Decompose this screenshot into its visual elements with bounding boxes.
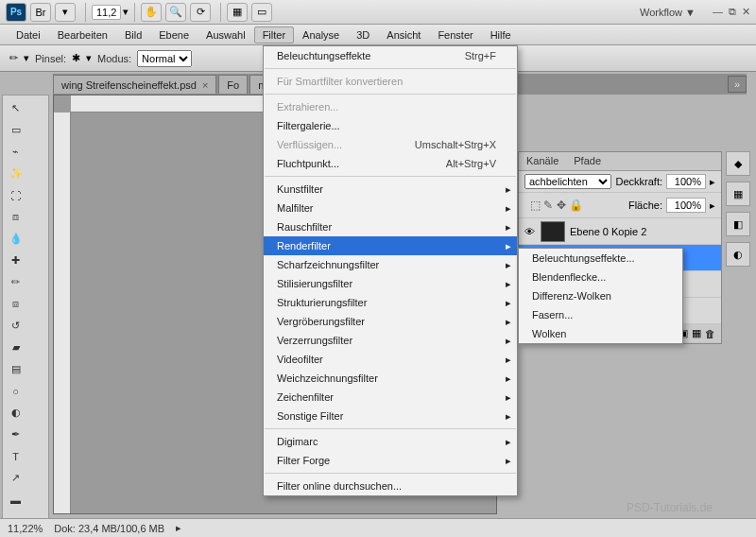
close-icon[interactable]: ✕ xyxy=(742,6,750,18)
ps-icon[interactable]: Ps xyxy=(6,3,26,22)
menu-item[interactable]: Sonstige Filter▸ xyxy=(264,407,517,425)
document-tab[interactable]: Fo xyxy=(218,75,248,94)
gradient-tool-icon[interactable]: ▤ xyxy=(6,359,26,379)
menu-3d[interactable]: 3D xyxy=(348,26,378,43)
brush-tool-icon[interactable]: ✏ xyxy=(9,52,18,64)
color-panel-icon[interactable]: ◆ xyxy=(726,151,750,176)
menu-item[interactable]: Fluchtpunkt...Alt+Strg+V xyxy=(264,154,517,173)
menu-item[interactable]: Digimarc▸ xyxy=(264,432,517,451)
watermark: PSD-Tutorials.de xyxy=(627,501,713,514)
minimize-icon[interactable]: — xyxy=(713,6,723,18)
wand-tool-icon[interactable]: ✨ xyxy=(6,164,26,183)
menu-item[interactable]: Filter Forge▸ xyxy=(264,451,517,470)
layer-name: Ebene 0 Kopie 2 xyxy=(570,226,646,237)
menu-item[interactable]: Filtergalerie... xyxy=(264,116,517,135)
styles-panel-icon[interactable]: ◧ xyxy=(726,212,750,236)
brush-dropdown-icon[interactable]: ▾ xyxy=(24,52,29,64)
menu-item[interactable]: Vergröberungsfilter▸ xyxy=(264,312,517,331)
delete-layer-icon[interactable]: 🗑 xyxy=(705,328,715,339)
screen-mode-icon[interactable]: ▭ xyxy=(251,3,272,22)
menu-auswahl[interactable]: Auswahl xyxy=(198,26,254,43)
menu-bild[interactable]: Bild xyxy=(116,26,150,43)
submenu-item[interactable]: Beleuchtungseffekte... xyxy=(519,249,682,268)
panel-tab-channels[interactable]: Kanäle xyxy=(519,152,566,170)
submenu-item[interactable]: Differenz-Wolken xyxy=(519,286,682,305)
document-tab[interactable]: wing Streifenscheineffekt.psd× xyxy=(53,75,216,94)
topbar-dropdown-icon[interactable]: ▾ xyxy=(55,3,76,22)
move-tool-icon[interactable]: ↖ xyxy=(6,98,26,118)
layer-row[interactable]: 👁Ebene 0 Kopie 2 xyxy=(519,218,721,245)
healing-tool-icon[interactable]: ✚ xyxy=(6,251,26,270)
workspace-selector[interactable]: Workflow ▼ xyxy=(632,5,703,20)
menu-item[interactable]: Filter online durchsuchen... xyxy=(264,476,517,495)
menu-fenster[interactable]: Fenster xyxy=(429,26,481,43)
brush-tool-icon[interactable]: ✏ xyxy=(6,272,26,292)
menu-item[interactable]: Stilisierungsfilter▸ xyxy=(264,274,517,293)
lock-icons[interactable]: ⬚ ✎ ✥ 🔒 xyxy=(524,196,589,215)
menu-item[interactable]: Kunstfilter▸ xyxy=(264,180,517,199)
slice-tool-icon[interactable]: ⧈ xyxy=(6,207,26,227)
menu-ansicht[interactable]: Ansicht xyxy=(378,26,429,43)
type-tool-icon[interactable]: T xyxy=(6,446,26,466)
shape-tool-icon[interactable]: ▬ xyxy=(6,490,26,510)
swatches-panel-icon[interactable]: ▦ xyxy=(726,182,750,206)
dodge-tool-icon[interactable]: ◐ xyxy=(6,403,26,423)
tab-close-icon[interactable]: × xyxy=(202,79,208,91)
menu-hilfe[interactable]: Hilfe xyxy=(482,26,520,43)
menu-ebene[interactable]: Ebene xyxy=(150,26,198,43)
status-doc: Dok: 23,4 MB/100,6 MB xyxy=(54,523,164,534)
menu-item[interactable]: Verzerrungsfilter▸ xyxy=(264,331,517,350)
menu-item[interactable]: Strukturierungsfilter▸ xyxy=(264,293,517,312)
menu-bar: DateiBearbeitenBildEbeneAuswahlFilterAna… xyxy=(0,25,756,45)
submenu-item[interactable]: Fasern... xyxy=(519,305,682,324)
opacity-value[interactable]: 100% xyxy=(666,174,706,189)
hand-tool-icon[interactable]: ✋ xyxy=(141,3,162,22)
path-select-icon[interactable]: ↗ xyxy=(6,468,26,488)
chevron-right-icon[interactable]: ▸ xyxy=(710,199,715,212)
brush-preset-dropdown-icon[interactable]: ▾ xyxy=(86,52,92,64)
tabstrip-scroll-right[interactable]: » xyxy=(728,76,747,93)
menu-filter[interactable]: Filter xyxy=(254,26,294,43)
menu-item[interactable]: Rauschfilter▸ xyxy=(264,217,517,236)
rotate-view-icon[interactable]: ⟳ xyxy=(190,3,211,22)
submenu-item[interactable]: Wolken xyxy=(519,324,682,343)
zoom-field[interactable]: 11,2 xyxy=(92,5,121,20)
layer-thumbnail[interactable] xyxy=(541,221,565,242)
blur-tool-icon[interactable]: ○ xyxy=(6,381,26,401)
menu-item[interactable]: Videofilter▸ xyxy=(264,350,517,369)
brush-preset-icon[interactable]: ✱ xyxy=(72,52,80,64)
bridge-icon[interactable]: Br xyxy=(30,3,51,22)
status-zoom[interactable]: 11,22% xyxy=(8,523,43,534)
restore-icon[interactable]: ⧉ xyxy=(729,6,736,18)
pen-tool-icon[interactable]: ✒ xyxy=(6,424,26,444)
menu-item[interactable]: BeleuchtungseffekteStrg+F xyxy=(264,46,517,65)
eyedropper-tool-icon[interactable]: 💧 xyxy=(6,229,26,249)
menu-datei[interactable]: Datei xyxy=(8,26,49,43)
stamp-tool-icon[interactable]: ⧇ xyxy=(6,294,26,314)
arrange-docs-icon[interactable]: ▦ xyxy=(227,3,248,22)
status-arrow-icon[interactable]: ▸ xyxy=(176,522,181,534)
eraser-tool-icon[interactable]: ▰ xyxy=(6,338,26,357)
fill-value[interactable]: 100% xyxy=(666,198,706,213)
panel-tab-paths[interactable]: Pfade xyxy=(566,152,609,170)
menu-item[interactable]: Malfilter▸ xyxy=(264,199,517,217)
chevron-right-icon[interactable]: ▸ xyxy=(710,176,715,188)
zoom-tool-icon[interactable]: 🔍 xyxy=(165,3,186,22)
menu-item[interactable]: Renderfilter▸ xyxy=(264,236,517,255)
menu-item[interactable]: Scharfzeichnungsfilter▸ xyxy=(264,255,517,274)
zoom-dropdown-icon[interactable]: ▾ xyxy=(123,6,129,18)
layer-blend-select[interactable]: achbelichten xyxy=(524,174,611,189)
submenu-item[interactable]: Blendenflecke... xyxy=(519,268,682,286)
menu-item[interactable]: Weichzeichnungsfilter▸ xyxy=(264,369,517,388)
menu-item[interactable]: Zeichenfilter▸ xyxy=(264,388,517,407)
menu-analyse[interactable]: Analyse xyxy=(294,26,348,43)
crop-tool-icon[interactable]: ⛶ xyxy=(6,185,26,205)
history-brush-icon[interactable]: ↺ xyxy=(6,316,26,336)
lasso-tool-icon[interactable]: ⌁ xyxy=(6,142,26,162)
new-layer-icon[interactable]: ▦ xyxy=(692,327,701,339)
blend-mode-select[interactable]: Normal xyxy=(137,50,192,67)
visibility-icon[interactable]: 👁 xyxy=(523,226,536,237)
adjustments-panel-icon[interactable]: ◐ xyxy=(726,242,750,267)
menu-bearbeiten[interactable]: Bearbeiten xyxy=(49,26,116,43)
marquee-tool-icon[interactable]: ▭ xyxy=(6,120,26,140)
